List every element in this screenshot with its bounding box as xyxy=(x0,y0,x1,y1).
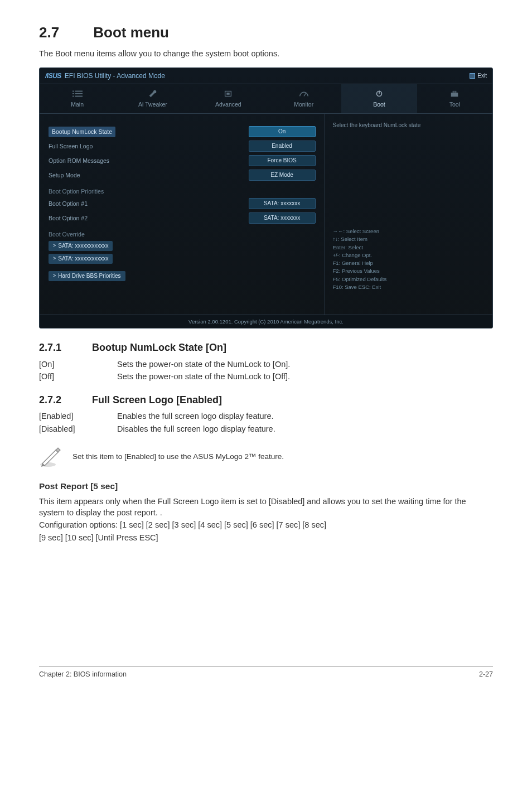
row-label: Setup Mode xyxy=(49,171,80,180)
chevron-right-icon: > xyxy=(53,242,56,249)
footer-right: 2-27 xyxy=(479,670,493,680)
bios-help-panel: Select the keyboard NumLock state →←: Se… xyxy=(325,114,492,315)
option-key: [Disabled] xyxy=(39,423,117,436)
row-label: Boot Option #2 xyxy=(49,214,88,223)
svg-rect-1 xyxy=(75,91,83,92)
tab-monitor[interactable]: Monitor xyxy=(266,84,341,113)
svg-rect-0 xyxy=(72,91,74,92)
subsection-title: Bootup NumLock State [On] xyxy=(92,342,226,353)
option-description: Disables the full screen logo display fe… xyxy=(117,423,275,436)
key-help-block: →←: Select Screen ↑↓: Select Item Enter:… xyxy=(333,228,485,291)
svg-rect-3 xyxy=(75,94,83,95)
help-line: →←: Select Screen xyxy=(333,228,485,235)
tab-tool[interactable]: Tool xyxy=(417,84,492,113)
tab-main[interactable]: Main xyxy=(40,84,115,113)
subsection-title: Full Screen Logo [Enabled] xyxy=(92,394,222,405)
bios-title: EFI BIOS Utility - Advanced Mode xyxy=(65,71,165,81)
svg-rect-4 xyxy=(72,96,74,97)
post-report-p1: This item appears only when the Full Scr… xyxy=(39,496,493,519)
override-item-hdd-bbs[interactable]: >Hard Drive BBS Priorities xyxy=(49,271,125,281)
subsection-number: 2.7.1 xyxy=(39,341,89,355)
row-option-rom-messages[interactable]: Option ROM Messages Force BIOS xyxy=(49,155,316,166)
help-line: F1: General Help xyxy=(333,259,485,267)
help-line: F10: Save ESC: Exit xyxy=(333,283,485,291)
row-full-screen-logo[interactable]: Full Screen Logo Enabled xyxy=(49,141,316,152)
section-heading: 2.7 Boot menu xyxy=(39,22,493,42)
section-number: 2.7 xyxy=(39,22,89,42)
tab-label: Ai Tweaker xyxy=(138,101,167,108)
row-label: Option ROM Messages xyxy=(49,157,109,165)
tab-label: Main xyxy=(71,101,84,108)
row-label: Full Screen Logo xyxy=(49,142,93,151)
bios-titlebar: /ISUS EFI BIOS Utility - Advanced Mode E… xyxy=(40,68,492,85)
row-value[interactable]: SATA: xxxxxxx xyxy=(249,212,316,224)
svg-rect-7 xyxy=(227,93,230,95)
subsection-number: 2.7.2 xyxy=(39,393,89,407)
exit-button[interactable]: Exit xyxy=(470,72,487,80)
row-label: Bootup NumLock State xyxy=(49,127,115,137)
wrench-icon xyxy=(148,90,158,98)
svg-rect-2 xyxy=(72,94,74,95)
svg-rect-12 xyxy=(453,91,456,93)
row-value[interactable]: SATA: xxxxxxx xyxy=(249,198,316,209)
row-label: Boot Option #1 xyxy=(49,200,88,208)
option-description: Sets the power-on state of the NumLock t… xyxy=(117,371,290,383)
option-key: [Enabled] xyxy=(39,410,117,423)
tab-label: Advanced xyxy=(215,101,241,108)
chevron-right-icon: > xyxy=(53,255,56,262)
svg-rect-5 xyxy=(75,96,83,97)
list-icon xyxy=(72,90,83,98)
override-label: SATA: xxxxxxxxxxxx xyxy=(58,255,108,263)
exit-label: Exit xyxy=(477,72,487,80)
help-line: Enter: Select xyxy=(333,244,485,252)
exit-icon xyxy=(470,73,475,79)
option-list: [Enabled] Enables the full screen logo d… xyxy=(39,410,275,436)
boot-override-header: Boot Override xyxy=(49,230,316,239)
override-label: Hard Drive BBS Priorities xyxy=(58,272,120,280)
row-boot-option-2[interactable]: Boot Option #2 SATA: xxxxxxx xyxy=(49,212,316,224)
bios-version-footer: Version 2.00.1201. Copyright (C) 2010 Am… xyxy=(40,315,492,328)
tab-label: Monitor xyxy=(294,101,313,108)
tab-label: Boot xyxy=(373,101,385,108)
svg-line-8 xyxy=(304,94,306,96)
svg-rect-11 xyxy=(451,93,458,97)
subsection-heading: 2.7.2 Full Screen Logo [Enabled] xyxy=(39,393,493,407)
help-description: Select the keyboard NumLock state xyxy=(333,122,485,129)
section-title-text: Boot menu xyxy=(93,24,169,41)
subsection-heading: 2.7.1 Bootup NumLock State [On] xyxy=(39,341,493,355)
bios-tab-bar: Main Ai Tweaker Advanced Monitor Boot To… xyxy=(40,84,492,114)
row-setup-mode[interactable]: Setup Mode EZ Mode xyxy=(49,170,316,181)
bios-screenshot: /ISUS EFI BIOS Utility - Advanced Mode E… xyxy=(39,67,493,329)
page-footer: Chapter 2: BIOS information 2-27 xyxy=(39,666,493,680)
option-list: [On] Sets the power-on state of the NumL… xyxy=(39,359,290,384)
row-boot-option-1[interactable]: Boot Option #1 SATA: xxxxxxx xyxy=(49,198,316,209)
override-item[interactable]: >SATA: xxxxxxxxxxxx xyxy=(49,241,113,251)
tab-boot[interactable]: Boot xyxy=(341,84,417,113)
power-icon xyxy=(374,90,384,98)
row-value[interactable]: Enabled xyxy=(249,141,316,152)
row-bootup-numlock[interactable]: Bootup NumLock State On xyxy=(49,126,316,137)
note-block: Set this item to [Enabled] to use the AS… xyxy=(39,446,493,468)
chevron-right-icon: > xyxy=(53,272,56,279)
chip-icon xyxy=(223,90,233,98)
override-item[interactable]: >SATA: xxxxxxxxxxxx xyxy=(49,254,113,264)
pencil-note-icon xyxy=(39,446,62,468)
tab-advanced[interactable]: Advanced xyxy=(191,84,266,113)
override-label: SATA: xxxxxxxxxxxx xyxy=(58,242,108,250)
option-description: Enables the full screen logo display fea… xyxy=(117,410,275,423)
help-line: ↑↓: Select Item xyxy=(333,235,485,243)
tab-ai-tweaker[interactable]: Ai Tweaker xyxy=(115,84,190,113)
bios-settings-panel: Bootup NumLock State On Full Screen Logo… xyxy=(40,114,325,315)
row-value[interactable]: Force BIOS xyxy=(249,155,316,166)
post-report-p2: Configuration options: [1 sec] [2 sec] [… xyxy=(39,519,493,530)
option-key: [Off] xyxy=(39,371,117,383)
boot-option-priorities-header: Boot Option Priorities xyxy=(49,187,316,196)
bios-logo: /ISUS xyxy=(45,71,61,81)
option-description: Sets the power-on state of the NumLock t… xyxy=(117,359,290,371)
row-value[interactable]: On xyxy=(249,126,316,137)
post-report-heading: Post Report [5 sec] xyxy=(39,480,493,492)
option-key: [On] xyxy=(39,359,117,371)
note-text: Set this item to [Enabled] to use the AS… xyxy=(72,452,284,462)
help-line: F2: Previous Values xyxy=(333,267,485,275)
row-value[interactable]: EZ Mode xyxy=(249,170,316,181)
